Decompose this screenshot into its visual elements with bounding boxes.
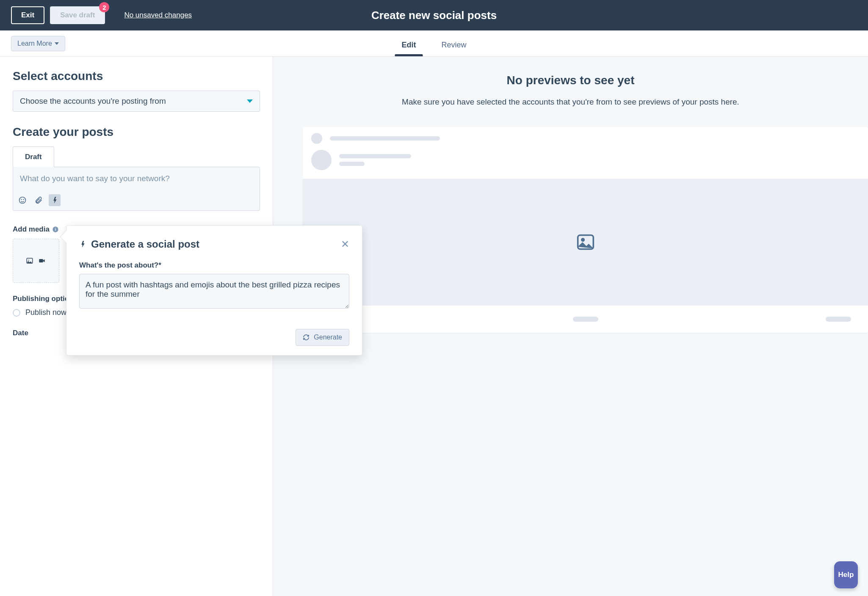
unsaved-changes-link[interactable]: No unsaved changes (124, 11, 192, 19)
save-draft-label: Save draft (60, 11, 95, 19)
top-bar: Exit Save draft 2 No unsaved changes Cre… (0, 0, 868, 30)
skeleton-image-area (303, 179, 868, 306)
save-draft-button: Save draft 2 (50, 6, 105, 24)
editor-toolbar (13, 191, 260, 210)
info-icon[interactable]: i (52, 226, 59, 233)
skeleton-avatar-large (311, 150, 332, 170)
generate-button-label: Generate (314, 334, 342, 341)
help-button[interactable]: Help (834, 561, 858, 588)
tabs: Edit Review (401, 30, 466, 56)
generate-post-popover: Generate a social post ✕ What's the post… (66, 225, 362, 356)
popover-title: Generate a social post (79, 238, 199, 250)
exit-button[interactable]: Exit (11, 6, 44, 24)
add-media-button[interactable] (13, 239, 59, 283)
post-about-textarea[interactable] (79, 274, 349, 309)
video-icon (38, 257, 46, 264)
popover-label: What's the post about?* (79, 261, 349, 270)
svg-text:i: i (55, 227, 56, 232)
accounts-select-placeholder: Choose the accounts you're posting from (20, 97, 166, 106)
skeleton-pill (573, 317, 598, 322)
post-textarea[interactable]: What do you want to say to your network? (13, 167, 260, 191)
preview-skeleton-card (303, 127, 868, 333)
ai-generate-icon[interactable] (49, 194, 61, 206)
chevron-down-icon (55, 42, 59, 45)
skeleton-avatar-small (311, 133, 322, 144)
skeleton-pill (826, 317, 851, 322)
page-title: Create new social posts (371, 9, 497, 22)
lightning-icon (79, 240, 86, 249)
select-accounts-heading: Select accounts (13, 69, 260, 83)
skeleton-line (339, 162, 365, 166)
tab-edit[interactable]: Edit (401, 41, 416, 56)
post-editor: What do you want to say to your network? (13, 167, 260, 211)
tab-review[interactable]: Review (441, 41, 466, 56)
refresh-icon (303, 334, 310, 341)
date-label: Date (13, 329, 28, 337)
draft-tab[interactable]: Draft (13, 146, 54, 167)
generate-button[interactable]: Generate (296, 329, 349, 346)
skeleton-line (330, 136, 440, 141)
image-placeholder-icon (575, 233, 596, 251)
image-icon (26, 257, 33, 265)
chevron-down-icon (247, 99, 253, 103)
preview-title: No previews to see yet (273, 74, 868, 87)
learn-more-button[interactable]: Learn More (11, 36, 65, 51)
accounts-select[interactable]: Choose the accounts you're posting from (13, 91, 260, 112)
svg-point-9 (581, 239, 584, 241)
svg-point-2 (23, 199, 24, 200)
attachment-icon[interactable] (33, 194, 44, 206)
sub-bar: Learn More Edit Review (0, 30, 868, 57)
close-icon[interactable]: ✕ (341, 238, 349, 250)
save-draft-badge: 2 (99, 2, 109, 12)
svg-point-6 (28, 259, 29, 260)
emoji-icon[interactable] (17, 194, 28, 206)
skeleton-line (339, 154, 411, 158)
svg-point-1 (21, 199, 22, 200)
radio-icon (13, 309, 20, 317)
create-posts-heading: Create your posts (13, 125, 260, 139)
preview-subtitle: Make sure you have selected the accounts… (273, 96, 868, 108)
svg-point-0 (19, 197, 26, 204)
publish-now-label: Publish now (25, 308, 66, 317)
svg-rect-7 (39, 259, 43, 262)
learn-more-label: Learn More (17, 40, 52, 47)
